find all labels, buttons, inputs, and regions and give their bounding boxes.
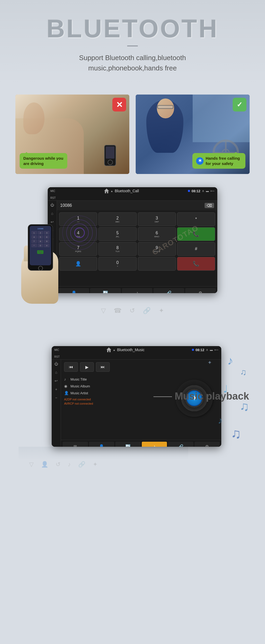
- dial-0[interactable]: 0+: [98, 257, 136, 271]
- music-nav-bt[interactable]: 🔄: [115, 442, 141, 447]
- music-info-art-area: ♪ Music Title ◉ Music Album 👤 Music Arti…: [61, 374, 221, 440]
- music-status-left: MIC: [54, 348, 59, 351]
- music-title-row: ♪ Music Title: [64, 377, 173, 381]
- dial-2[interactable]: 2ABC: [98, 212, 136, 226]
- music-info-panel: ♪ Music Title ◉ Music Album 👤 Music Arti…: [64, 377, 173, 437]
- status-right: 08:12 ∧ ▬ ⟵: [188, 189, 215, 193]
- dial-3[interactable]: 3DEF: [138, 212, 176, 226]
- dial-empty: [138, 257, 176, 271]
- music-nav-contacts[interactable]: 👤: [89, 442, 114, 447]
- safe-bubble: ✶ Hands free calling for your safety: [192, 153, 245, 169]
- danger-bubble: Dangerous while you are driving: [20, 153, 67, 169]
- music-left-sidebar: ⏻ ⌂ ↩ + −: [52, 360, 61, 447]
- back-icon: ⟵: [210, 189, 215, 193]
- dial-8[interactable]: 8TUV: [98, 242, 136, 256]
- music-artist-text: Music Artist: [70, 391, 88, 395]
- dialed-number: 10086: [60, 203, 72, 208]
- music-battery-icon: ▬: [210, 348, 213, 351]
- call-bottom-nav: 👤 🔄 ♪ 🔗 ⚙: [57, 286, 217, 293]
- music-vol-up-icon[interactable]: +: [55, 387, 57, 391]
- call-status-bar: MIC ▲ Bluetooth_Call 08:12 ∧ ▬ ⟵: [48, 187, 217, 195]
- music-title-text: Music Title: [70, 377, 87, 381]
- number-display: 10086 ⌫: [57, 201, 217, 210]
- battery-icon: ▬: [206, 189, 209, 193]
- music-home-sidebar-icon[interactable]: ⌂: [55, 370, 57, 374]
- nav-recent-btn[interactable]: 🔄: [90, 288, 121, 293]
- call-time: 08:12: [192, 189, 200, 193]
- power-icon[interactable]: ⏻: [50, 203, 54, 207]
- music-icon-reflections: ▽ 👤 ↺ ♪ 🔗 ✦: [29, 461, 254, 468]
- connector-line: [153, 396, 172, 397]
- dangerous-driving-card: ✕ Dangerous while you are driving: [15, 95, 129, 174]
- music-nav-settings[interactable]: ⚙: [195, 442, 220, 447]
- music-vol-down-icon[interactable]: −: [55, 396, 57, 400]
- home-sidebar-icon[interactable]: ⌂: [51, 211, 53, 216]
- next-track-button[interactable]: ⏭: [96, 362, 110, 372]
- music-home-icon: [107, 347, 111, 352]
- status-center-group: ▲ Bluetooth_Call: [104, 189, 139, 193]
- bottom-spacer: [0, 484, 265, 505]
- music-main-content: ⏻ ⌂ ↩ + − ⏮ ▶ ⏭: [52, 360, 221, 447]
- transport-controls: ⏮ ▶ ⏭: [61, 360, 221, 374]
- music-bt-indicator: [192, 349, 194, 351]
- signal-icon: ∧: [202, 189, 204, 193]
- music-time: 08:12: [196, 348, 204, 352]
- dial-star[interactable]: *: [177, 212, 215, 226]
- rst-label: RST: [50, 196, 56, 199]
- music-nav-link[interactable]: 🔗: [168, 442, 193, 447]
- music-screen-wrapper: MIC ▲ Bluetooth_Music 08:12 ∧ ▬ ⟵ RST: [11, 346, 254, 447]
- call-screen-title: Bluetooth_Call: [115, 189, 139, 193]
- music-screen-reflection: [19, 447, 188, 460]
- music-status-right: 08:12 ∧ ▬ ⟵: [192, 348, 219, 352]
- call-button[interactable]: 📞: [177, 227, 215, 241]
- music-nav-music[interactable]: ♪: [142, 442, 167, 447]
- safe-driving-card: ✓ ✶ Hands free calling for your safety: [136, 95, 250, 174]
- music-power-icon[interactable]: ⏻: [54, 362, 58, 366]
- phone-hand-area: 10086 1 2 3 4 5 6 7 8 9 * 0: [16, 224, 74, 304]
- music-back-icon: ⟵: [214, 348, 219, 352]
- music-note-2: ♫: [240, 367, 246, 377]
- music-note-icon: ♪: [64, 377, 68, 381]
- backspace-button[interactable]: ⌫: [205, 203, 214, 208]
- music-status-bar: MIC ▲ Bluetooth_Music 08:12 ∧ ▬ ⟵: [52, 346, 221, 354]
- back-sidebar-icon[interactable]: ↩: [51, 220, 54, 224]
- home-icon: [104, 189, 109, 193]
- music-main-panel: ⏮ ▶ ⏭ ♪ Music Title ◉: [61, 360, 221, 447]
- music-album-text: Music Album: [70, 384, 90, 388]
- nav-link-btn[interactable]: 🔗: [153, 288, 184, 293]
- prev-track-button[interactable]: ⏮: [64, 362, 78, 372]
- bluetooth-title: BLUETOOTH: [5, 16, 260, 41]
- music-nav-grid[interactable]: ⊞: [63, 442, 88, 447]
- music-nav-icon: ▲: [113, 348, 116, 351]
- nav-settings-btn[interactable]: ⚙: [185, 288, 216, 293]
- end-call-button[interactable]: 📞: [177, 257, 215, 271]
- call-arrow-icon: ▲: [111, 190, 113, 193]
- music-artist-row: 👤 Music Artist: [64, 391, 173, 395]
- mic-label: MIC: [50, 190, 55, 193]
- dial-pad-area: 10086 ⌫ 1○○: [57, 201, 217, 293]
- dial-pad: 1○○ 2ABC 3DEF * 4GHI 5JKL 6MNO 📞 7PQRS 8…: [57, 210, 217, 273]
- nav-music-btn[interactable]: ♪: [122, 288, 152, 293]
- safe-badge: ✓: [233, 98, 246, 111]
- music-a2dp-status: A2DP not connected: [64, 398, 173, 401]
- bluetooth-indicator: [188, 190, 190, 192]
- dial-5[interactable]: 5JKL: [98, 227, 136, 241]
- music-mic-label: MIC: [54, 348, 59, 351]
- music-avrcp-status: AVRCP not connected: [64, 402, 173, 405]
- status-left: MIC: [50, 190, 55, 193]
- icon-reflections: ▽ ☎ ↺ 🔗 ✦: [101, 307, 164, 314]
- music-status-center: ▲ Bluetooth_Music: [107, 347, 144, 352]
- music-screen-section: MIC ▲ Bluetooth_Music 08:12 ∧ ▬ ⟵ RST: [0, 341, 265, 484]
- music-back-sidebar-icon[interactable]: ↩: [55, 379, 58, 383]
- play-button[interactable]: ▶: [80, 362, 94, 372]
- bluetooth-subtitle: Support Bluetooth calling,bluetooth musi…: [53, 53, 212, 73]
- comparison-images-section: ✕ Dangerous while you are driving: [0, 84, 265, 187]
- dial-pad-container: 1○○ 2ABC 3DEF * 4GHI 5JKL 6MNO 📞 7PQRS 8…: [57, 210, 217, 286]
- dial-hash[interactable]: #: [177, 242, 215, 256]
- danger-badge: ✕: [112, 98, 126, 111]
- dial-6[interactable]: 6MNO: [138, 227, 176, 241]
- music-playback-label: Music playback: [175, 391, 249, 402]
- music-rst-label: RST: [54, 355, 60, 358]
- music-playback-label-area: Music playback: [175, 391, 249, 402]
- dial-9[interactable]: 9WXYZ: [138, 242, 176, 256]
